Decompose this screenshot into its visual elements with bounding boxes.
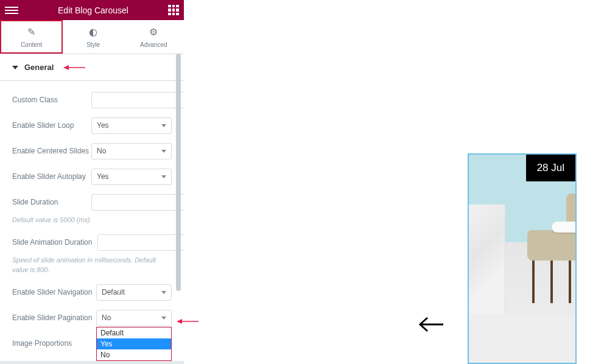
select-slider-nav-value: Default [102,288,161,296]
label-slider-autoplay: Enable Slider Autoplay [12,172,91,181]
gear-icon: ⚙ [149,26,158,38]
select-slider-autoplay[interactable]: Yes [91,169,172,185]
row-centered-slides: Enable Centered Slides No [12,138,172,164]
blog-carousel: 28 Jul LOTIONSYDNEY HALE CO. SOAPSYDNEY … [468,153,590,364]
select-slider-loop-value: Yes [97,121,161,130]
hint-slide-duration: Default value is 5000 (ms) [12,215,172,229]
date-badge: 28 Jul [526,155,575,181]
card-image: 28 Jul [469,155,575,314]
chevron-down-icon [161,124,166,127]
decorative [469,205,505,314]
row-slider-autoplay: Enable Slider Autoplay Yes [12,164,172,189]
custom-class-input[interactable] [92,96,184,104]
row-custom-class: Custom Class [12,87,172,113]
tabs: ✎ Content ◐ Style ⚙ Advanced [0,20,184,54]
select-slider-nav[interactable]: Default [96,284,172,301]
svg-marker-1 [63,65,69,70]
row-slide-duration: Slide Duration [12,189,172,215]
select-centered-slides-value: No [97,147,161,155]
label-custom-class: Custom Class [12,96,91,104]
preview-pane: 28 Jul LOTIONSYDNEY HALE CO. SOAPSYDNEY … [184,0,590,364]
chevron-down-icon [161,317,166,320]
decorative [521,181,577,291]
label-slider-nav: Enable Slider Navigation [12,288,96,296]
input-slide-duration-wrap [91,194,184,211]
annotation-arrow [63,63,85,72]
menu-icon[interactable] [5,7,18,14]
tab-content-label: Content [21,41,42,48]
tab-advanced-label: Advanced [140,41,167,48]
editor-header: Edit Blog Carousel [0,0,184,20]
select-slider-autoplay-value: Yes [97,172,161,181]
label-slide-duration: Slide Duration [12,198,91,206]
contrast-icon: ◐ [89,26,97,38]
tab-content[interactable]: ✎ Content [0,20,63,54]
section-title: General [24,63,54,72]
panel: General Custom Class Enable Slider Loop … [0,54,184,361]
editor-sidebar: Edit Blog Carousel ✎ Content ◐ Style ⚙ A… [0,0,184,364]
dropdown-option-no[interactable]: No [97,349,171,360]
annotation-arrow [177,317,198,328]
scrollbar-thumb[interactable] [176,54,181,291]
apps-icon[interactable] [168,5,179,16]
label-anim-duration: Slide Animation Duration [12,238,97,247]
chevron-down-icon [161,291,166,294]
slide-duration-input[interactable] [92,198,184,206]
scrollbar[interactable] [176,54,181,334]
row-slider-loop: Enable Slider Loop Yes [12,113,172,138]
chevron-down-icon [161,150,166,153]
tab-style-label: Style [86,41,100,48]
caret-down-icon [12,66,18,69]
input-custom-class-wrap [91,92,184,108]
pencil-icon: ✎ [27,26,35,38]
select-centered-slides[interactable]: No [91,143,172,159]
chevron-down-icon [161,175,166,178]
label-slider-pagination: Enable Slider Pagination [12,313,96,322]
select-slider-pagination[interactable]: No [96,310,172,326]
header-title: Edit Blog Carousel [18,5,168,15]
tab-advanced[interactable]: ⚙ Advanced [124,20,184,54]
controls: Custom Class Enable Slider Loop Yes Enab… [0,81,184,361]
label-centered-slides: Enable Centered Slides [12,147,91,155]
row-slider-nav: Enable Slider Navigation Default [12,279,172,305]
label-slider-loop: Enable Slider Loop [12,121,91,130]
dropdown-option-yes[interactable]: Yes [97,338,171,349]
tab-style[interactable]: ◐ Style [63,20,123,54]
row-anim-duration: Slide Animation Duration [12,229,172,255]
select-slider-loop[interactable]: Yes [91,117,172,134]
carousel-card[interactable]: 28 Jul [468,153,577,364]
dropdown-option-default[interactable]: Default [97,327,171,338]
input-anim-duration-wrap [97,234,184,251]
decorative [552,222,577,233]
hint-anim-duration: Speed of slide animation in milliseconds… [12,255,172,279]
pagination-dropdown: Default Yes No [96,327,172,361]
label-image-proportions: Image Proportions [12,339,91,348]
section-general[interactable]: General [0,54,184,81]
svg-marker-6 [177,319,182,324]
anim-duration-input[interactable] [98,238,184,247]
back-arrow-icon [418,315,444,334]
select-slider-pagination-value: No [102,313,161,322]
